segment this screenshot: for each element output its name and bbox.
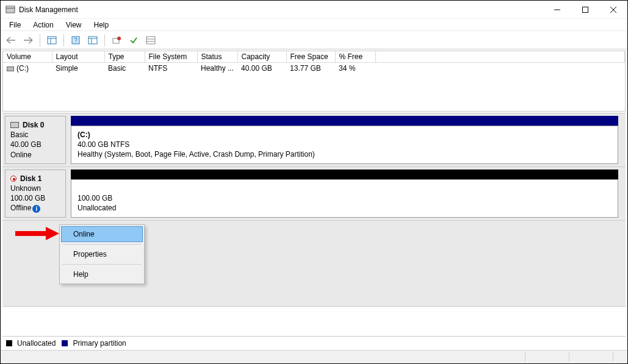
partition-stripe-primary	[71, 116, 618, 126]
ctx-online[interactable]: Online	[61, 226, 143, 242]
disk-size: 100.00 GB	[10, 193, 60, 203]
svg-point-15	[117, 37, 121, 40]
partition-status: Healthy (System, Boot, Page File, Active…	[78, 150, 315, 159]
list-button[interactable]	[144, 34, 157, 47]
cell-volume: (C:)	[3, 63, 52, 74]
toolbar-separator	[63, 34, 64, 46]
disk-type: Basic	[10, 130, 60, 140]
cell-status: Healthy ...	[197, 63, 237, 74]
svg-rect-1	[6, 6, 15, 8]
disk-icon	[10, 122, 19, 128]
legend-unallocated: Unallocated	[17, 339, 56, 348]
disk-body: (C:) 40.00 GB NTFS Healthy (System, Boot…	[71, 116, 618, 164]
back-button[interactable]	[4, 34, 18, 47]
menu-file[interactable]: File	[4, 20, 26, 30]
col-capacity[interactable]: Capacity	[237, 51, 286, 63]
cell-capacity: 40.00 GB	[237, 63, 286, 74]
arrow-annotation	[15, 227, 59, 242]
ctx-separator	[62, 244, 142, 244]
info-icon[interactable]: i	[32, 205, 40, 213]
show-hide-button[interactable]	[45, 34, 59, 47]
legend: Unallocated Primary partition	[2, 336, 626, 350]
partition-label: (C:)	[78, 130, 90, 139]
app-icon	[5, 5, 15, 15]
col-filesystem[interactable]: File System	[145, 51, 197, 63]
svg-text:?: ?	[74, 37, 78, 44]
ctx-help[interactable]: Help	[61, 266, 143, 282]
title-bar: Disk Management	[1, 1, 627, 19]
menu-action[interactable]: Action	[28, 20, 58, 30]
svg-rect-0	[6, 8, 15, 13]
cell-fs: NTFS	[145, 63, 197, 74]
refresh-button[interactable]	[86, 34, 99, 47]
cell-free: 13.77 GB	[286, 63, 335, 74]
col-status[interactable]: Status	[197, 51, 237, 63]
partition-desc: 40.00 GB NTFS	[78, 140, 129, 149]
partition-stripe-unallocated	[71, 170, 618, 179]
disk-size: 40.00 GB	[10, 140, 60, 149]
partition-block[interactable]: 100.00 GB Unallocated	[71, 179, 618, 218]
minimize-button[interactable]	[543, 1, 571, 19]
disk-error-icon	[10, 176, 16, 182]
disk-body: 100.00 GB Unallocated	[71, 170, 618, 218]
svg-rect-11	[88, 37, 97, 44]
ctx-properties[interactable]: Properties	[61, 246, 143, 262]
toolbar: ?	[1, 31, 627, 49]
window-controls	[543, 1, 627, 19]
forward-button[interactable]	[21, 34, 35, 47]
disk-title: Disk 1	[20, 174, 42, 184]
disk-title: Disk 0	[23, 120, 44, 130]
settings-button[interactable]	[110, 34, 123, 47]
col-freespace[interactable]: Free Space	[286, 51, 335, 63]
disk-header[interactable]: Disk 0 Basic 40.00 GB Online	[5, 116, 66, 164]
menu-bar: File Action View Help	[1, 19, 627, 31]
cell-volume-text: (C:)	[16, 64, 29, 73]
legend-swatch-primary	[62, 340, 68, 346]
ctx-separator	[62, 264, 142, 265]
context-menu: Online Properties Help	[59, 224, 145, 284]
toolbar-separator	[104, 34, 105, 46]
disk-state: Online	[10, 150, 60, 160]
check-button[interactable]	[127, 34, 140, 47]
svg-rect-16	[146, 37, 155, 44]
volume-table: Volume Layout Type File System Status Ca…	[3, 51, 625, 74]
disk-row: Disk 0 Basic 40.00 GB Online (C:) 40.00 …	[2, 113, 626, 167]
svg-rect-6	[48, 37, 56, 44]
status-segment	[613, 352, 625, 362]
table-header-row: Volume Layout Type File System Status Ca…	[3, 51, 625, 63]
close-button[interactable]	[599, 1, 627, 19]
disk-type: Unknown	[10, 184, 60, 193]
volume-icon	[7, 66, 14, 71]
table-row[interactable]: (C:) Simple Basic NTFS Healthy ... 40.00…	[3, 63, 625, 74]
window-title: Disk Management	[19, 5, 543, 14]
status-segment	[525, 352, 568, 362]
volume-list-pane: Volume Layout Type File System Status Ca…	[2, 51, 626, 112]
menu-help[interactable]: Help	[89, 20, 114, 30]
menu-view[interactable]: View	[61, 20, 87, 30]
partition-block[interactable]: (C:) 40.00 GB NTFS Healthy (System, Boot…	[71, 126, 618, 164]
maximize-button[interactable]	[571, 1, 599, 19]
svg-marker-20	[46, 227, 59, 240]
col-pctfree[interactable]: % Free	[335, 51, 375, 63]
disk-header[interactable]: Disk 1 Unknown 100.00 GB Offlinei	[5, 170, 66, 218]
status-bar	[1, 350, 627, 363]
cell-layout: Simple	[52, 63, 104, 74]
legend-swatch-unallocated	[6, 340, 12, 346]
col-spacer	[375, 51, 624, 63]
status-segment	[569, 352, 612, 362]
col-layout[interactable]: Layout	[52, 51, 104, 63]
partition-status: Unallocated	[78, 204, 116, 212]
legend-primary: Primary partition	[73, 339, 126, 348]
help-button[interactable]: ?	[69, 34, 82, 47]
toolbar-separator	[40, 34, 40, 46]
svg-rect-3	[583, 7, 588, 12]
col-volume[interactable]: Volume	[3, 51, 52, 63]
partition-desc: 100.00 GB	[78, 194, 112, 202]
col-type[interactable]: Type	[104, 51, 145, 63]
cell-type: Basic	[104, 63, 145, 74]
disk-state: Offline	[10, 204, 31, 212]
cell-pct: 34 %	[335, 63, 375, 74]
disk-row: Disk 1 Unknown 100.00 GB Offlinei 100.00…	[2, 167, 626, 221]
